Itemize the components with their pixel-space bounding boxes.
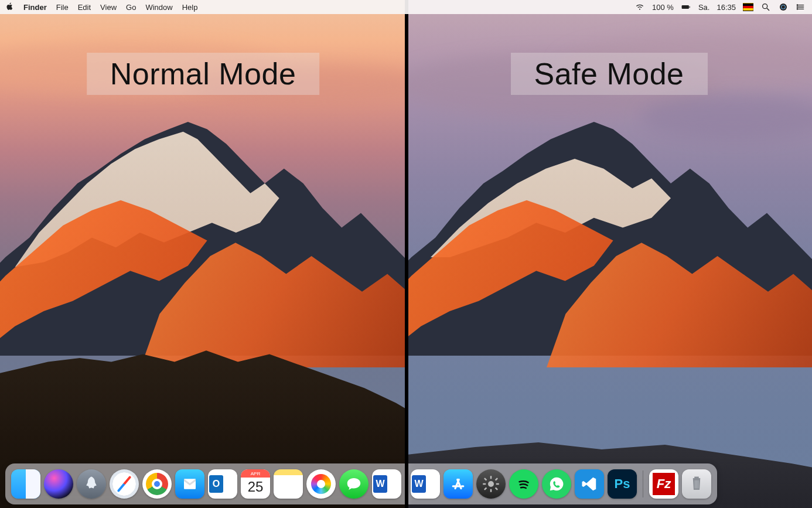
calendar-month: APR <box>241 469 270 478</box>
dock-messages[interactable] <box>339 469 369 499</box>
dock-finder[interactable] <box>11 469 40 499</box>
svg-rect-3 <box>490 489 492 492</box>
notification-center-icon[interactable] <box>796 2 806 12</box>
dock-filezilla[interactable]: Fz <box>649 469 678 499</box>
svg-rect-2 <box>490 476 492 479</box>
menu-go[interactable]: Go <box>126 3 136 12</box>
dock-left: O APR 25 W <box>5 463 406 504</box>
dock-notes[interactable] <box>274 469 303 499</box>
menu-help[interactable]: Help <box>182 3 198 12</box>
dock-vscode[interactable] <box>575 469 604 499</box>
clock-day: Sa. <box>698 3 710 12</box>
stamp-icon <box>181 475 199 493</box>
svg-point-1 <box>488 481 494 487</box>
dock-word-right[interactable]: W <box>411 469 440 499</box>
split-divider <box>405 0 408 508</box>
battery-icon[interactable] <box>681 2 691 12</box>
svg-rect-6 <box>484 478 487 480</box>
input-source-flag[interactable] <box>743 2 753 12</box>
svg-line-13 <box>767 8 769 11</box>
dock-outlook[interactable]: O <box>208 469 237 499</box>
menubar-app-name[interactable]: Finder <box>23 3 47 12</box>
siri-menubar-icon[interactable] <box>778 2 789 12</box>
dock-siri[interactable] <box>44 469 73 499</box>
dock-launchpad[interactable] <box>77 469 106 499</box>
gear-icon <box>482 475 500 493</box>
svg-rect-4 <box>483 483 486 485</box>
dock-separator <box>643 471 643 497</box>
mode-label-normal: Normal Mode <box>87 53 320 95</box>
svg-rect-8 <box>484 487 487 490</box>
menu-file[interactable]: File <box>56 3 69 12</box>
dock-mail[interactable] <box>175 469 204 499</box>
trash-icon <box>688 475 705 493</box>
dock-spotify[interactable] <box>509 469 538 499</box>
dock-calendar[interactable]: APR 25 <box>241 469 270 499</box>
dock-trash[interactable] <box>682 469 711 499</box>
desktop-normal-mode: Normal Mode O APR 25 W <box>0 0 406 508</box>
apple-logo-icon <box>6 2 14 11</box>
svg-point-14 <box>780 4 787 11</box>
clock-time: 16:35 <box>717 3 736 12</box>
svg-rect-5 <box>496 483 499 485</box>
dock-system-preferences[interactable] <box>476 469 506 499</box>
dock-whatsapp[interactable] <box>542 469 571 499</box>
dock-safari[interactable] <box>110 469 139 499</box>
fz-label: Fz <box>653 473 675 495</box>
svg-point-19 <box>797 5 797 5</box>
apple-menu[interactable] <box>6 2 14 12</box>
spotlight-icon[interactable] <box>760 2 771 12</box>
svg-rect-11 <box>689 6 690 8</box>
desktop-safe-mode: Safe Mode W Ps Fz <box>406 0 812 508</box>
dock-photoshop[interactable]: Ps <box>608 469 637 499</box>
menu-edit[interactable]: Edit <box>78 3 91 12</box>
bubble-icon <box>345 475 363 493</box>
svg-point-12 <box>763 4 767 9</box>
dock-photos[interactable] <box>306 469 336 499</box>
menubar: Finder File Edit View Go Window Help 100… <box>0 0 812 14</box>
mode-label-safe: Safe Mode <box>511 53 708 95</box>
vscode-icon <box>581 475 598 493</box>
dock-appstore[interactable] <box>443 469 473 499</box>
calendar-day: 25 <box>241 479 270 495</box>
flag-germany-icon <box>743 3 753 11</box>
battery-percent: 100 % <box>652 3 674 12</box>
spotify-icon <box>515 475 533 493</box>
dock-word-left[interactable]: W <box>372 469 401 499</box>
menu-window[interactable]: Window <box>145 3 172 12</box>
rocket-icon <box>83 475 100 493</box>
svg-rect-9 <box>495 478 498 480</box>
ps-label: Ps <box>615 476 630 492</box>
svg-point-20 <box>797 6 797 7</box>
wifi-icon[interactable] <box>634 2 645 12</box>
svg-rect-7 <box>495 487 498 490</box>
menu-view[interactable]: View <box>100 3 117 12</box>
whatsapp-icon <box>548 475 565 493</box>
dock-right: W Ps Fz <box>406 463 717 504</box>
dock-chrome[interactable] <box>142 469 172 499</box>
svg-point-21 <box>797 9 797 9</box>
appstore-a-icon <box>449 475 467 493</box>
svg-rect-10 <box>682 5 689 9</box>
